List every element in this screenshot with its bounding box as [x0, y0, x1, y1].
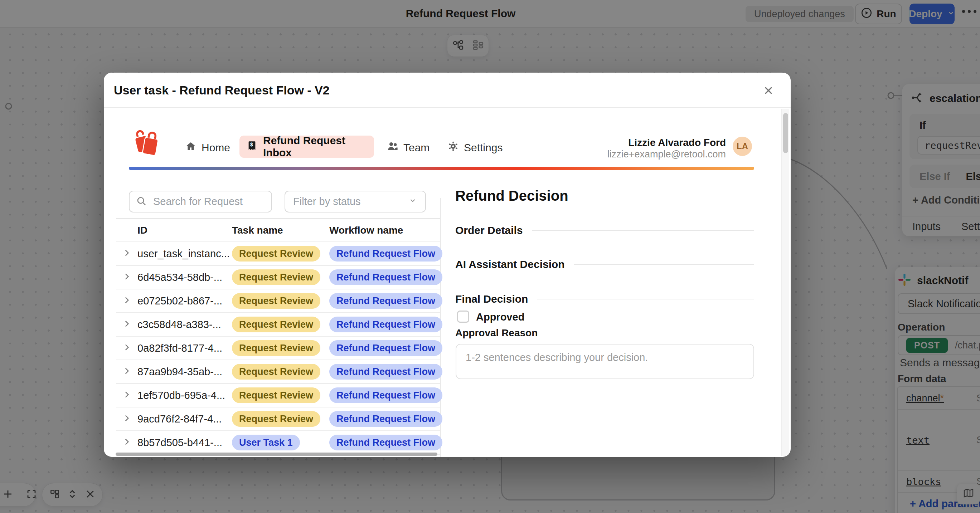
table-row[interactable]: user_task_instanc... Request Review Refu… [116, 242, 440, 266]
user-email: lizzie+example@retool.com [569, 148, 726, 160]
workflow-badge: Refund Request Flow [329, 340, 442, 356]
col-workflow-name: Workflow name [329, 225, 440, 236]
table-row[interactable]: 0a82f3fd-8177-4... Request Review Refund… [116, 337, 440, 360]
task-badge: User Task 1 [232, 435, 300, 450]
workflow-badge: Refund Request Flow [329, 293, 442, 309]
modal-header: User task - Refund Request Flow - V2 [104, 73, 791, 108]
workflow-badge: Refund Request Flow [329, 317, 442, 332]
chevron-right-icon[interactable] [122, 248, 131, 259]
close-icon[interactable] [762, 84, 775, 97]
workflow-badge: Refund Request Flow [329, 411, 442, 427]
section-final-decision: Final Decision [455, 293, 754, 305]
nav-refund-request-inbox[interactable]: $ Refund Request Inbox [239, 136, 374, 158]
task-badge: Request Review [232, 364, 320, 380]
detail-title: Refund Decision [455, 188, 568, 204]
task-badge: Request Review [232, 317, 320, 332]
workflow-badge: Refund Request Flow [329, 269, 442, 285]
section-order-details: Order Details [455, 224, 754, 237]
chevron-right-icon[interactable] [122, 413, 131, 424]
table-row[interactable]: 8b57d505-b441-... User Task 1 Refund Req… [116, 431, 440, 455]
approval-reason-textarea[interactable] [456, 344, 754, 379]
table-row[interactable]: 9acd76f2-84f7-4... Request Review Refund… [116, 407, 440, 431]
chevron-right-icon[interactable] [122, 437, 131, 448]
table-row[interactable]: c3c58d48-a383-... Request Review Refund … [116, 313, 440, 337]
chevron-right-icon[interactable] [122, 390, 131, 401]
modal-title: User task - Refund Request Flow - V2 [114, 83, 330, 97]
home-icon [185, 141, 197, 154]
modal-scrollbar-track[interactable] [781, 109, 789, 456]
modal-scrollbar-thumb[interactable] [783, 113, 788, 153]
chevron-right-icon[interactable] [122, 272, 131, 283]
table-row[interactable]: 6d45a534-58db-... Request Review Refund … [116, 266, 440, 289]
search-input[interactable] [153, 195, 265, 208]
search-icon [136, 196, 147, 208]
shop-logo-icon [133, 129, 160, 158]
table-row[interactable]: 1ef570db-695a-4... Request Review Refund… [116, 384, 440, 407]
approved-label: Approved [476, 311, 524, 323]
chevron-down-icon [408, 196, 417, 208]
user-name: Lizzie Alvarado Ford [569, 137, 726, 148]
avatar[interactable]: LA [733, 137, 752, 156]
chevron-right-icon[interactable] [122, 366, 131, 377]
col-task-name: Task name [232, 225, 329, 236]
task-badge: Request Review [232, 293, 320, 309]
team-icon [387, 141, 398, 154]
task-table: ID Task name Workflow name user_task_ins… [116, 218, 440, 455]
task-badge: Request Review [232, 269, 320, 285]
nav-settings[interactable]: Settings [447, 141, 503, 154]
task-badge: Request Review [232, 246, 320, 262]
user-task-modal: User task - Refund Request Flow - V2 [104, 73, 791, 457]
workflow-badge: Refund Request Flow [329, 364, 442, 380]
nav-team[interactable]: Team [387, 141, 430, 154]
table-header: ID Task name Workflow name [116, 219, 440, 242]
table-row[interactable]: e0725b02-b867-... Request Review Refund … [116, 289, 440, 313]
table-row[interactable]: 87aa9b94-35ab-... Request Review Refund … [116, 360, 440, 384]
gear-icon [447, 141, 459, 154]
task-badge: Request Review [232, 388, 320, 403]
approved-checkbox[interactable] [457, 311, 469, 323]
task-badge: Request Review [232, 411, 320, 427]
workflow-badge: Refund Request Flow [329, 388, 442, 403]
task-badge: Request Review [232, 340, 320, 356]
horizontal-scrollbar[interactable] [116, 453, 438, 456]
status-filter-select[interactable]: Filter by status [285, 191, 426, 213]
chevron-right-icon[interactable] [122, 319, 131, 330]
search-input-wrap [129, 191, 272, 213]
workflow-badge: Refund Request Flow [329, 246, 442, 262]
current-user: Lizzie Alvarado Ford lizzie+example@reto… [569, 137, 726, 160]
brand-gradient-bar [129, 167, 754, 170]
svg-text:$: $ [250, 142, 253, 147]
col-id: ID [137, 225, 232, 236]
workflow-badge: Refund Request Flow [329, 435, 442, 450]
nav-home[interactable]: Home [185, 141, 230, 154]
chevron-right-icon[interactable] [122, 295, 131, 306]
approval-reason-label: Approval Reason [455, 327, 538, 339]
section-ai-assistant-decision: AI Assistant Decision [455, 258, 754, 270]
workflow-editor: Refund Request Flow Undeployed changes R… [0, 0, 980, 513]
receipt-icon: $ [247, 140, 257, 154]
chevron-right-icon[interactable] [122, 343, 131, 353]
